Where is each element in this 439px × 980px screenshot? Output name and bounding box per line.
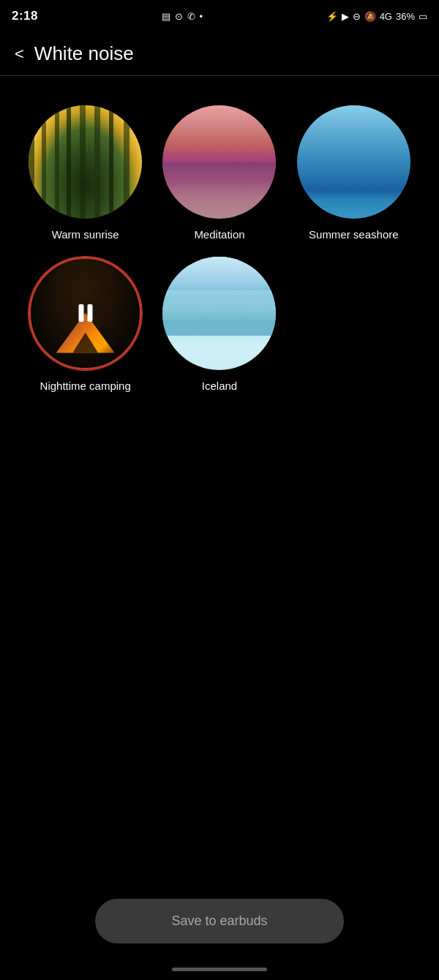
- youtube-icon: ▶: [342, 11, 349, 22]
- sound-label-warm-sunrise: Warm sunrise: [52, 227, 119, 242]
- save-button-container: Save to earbuds: [95, 899, 344, 943]
- header: < White noise: [0, 29, 439, 75]
- sound-circle-summer-seashore: [297, 105, 410, 219]
- page-title: White noise: [34, 42, 134, 65]
- sound-circle-iceland: [162, 257, 276, 370]
- pause-bar-right: [87, 304, 92, 322]
- sim-card-icon: ▤: [162, 11, 170, 22]
- status-bar: 2:18 ▤ ⊙ ✆ • ⚡ ▶ ⊖ 🔕 4G 36% ▭: [0, 0, 439, 29]
- pause-icon: [78, 304, 92, 322]
- back-button[interactable]: <: [15, 45, 24, 64]
- sound-grid: Warm sunrise Meditation Summer seashore …: [0, 83, 439, 407]
- status-right: ⚡ ▶ ⊖ 🔕 4G 36% ▭: [326, 11, 427, 22]
- battery-percent: 36%: [396, 11, 415, 22]
- home-indicator: [172, 968, 267, 971]
- sound-circle-nighttime-camping: [29, 257, 142, 370]
- status-icons: ▤ ⊙ ✆ •: [162, 11, 203, 22]
- save-to-earbuds-button[interactable]: Save to earbuds: [95, 899, 344, 943]
- sound-circle-warm-sunrise: [29, 105, 142, 219]
- sound-label-summer-seashore: Summer seashore: [309, 227, 399, 242]
- bell-off-icon: 🔕: [364, 11, 376, 22]
- sound-item-nighttime-camping[interactable]: Nighttime camping: [22, 257, 149, 393]
- dot-icon: •: [200, 11, 203, 22]
- sound-label-nighttime-camping: Nighttime camping: [40, 379, 131, 393]
- pause-bar-left: [78, 304, 83, 322]
- signal-icon: 4G: [380, 11, 392, 22]
- sound-item-meditation[interactable]: Meditation: [156, 105, 282, 242]
- sound-label-meditation: Meditation: [194, 227, 244, 242]
- sound-label-iceland: Iceland: [202, 379, 237, 393]
- divider: [0, 75, 439, 76]
- sound-item-iceland[interactable]: Iceland: [156, 257, 282, 393]
- sound-item-summer-seashore[interactable]: Summer seashore: [290, 105, 417, 242]
- battery-icon: ▭: [419, 11, 427, 22]
- sound-circle-meditation: [162, 105, 276, 219]
- bluetooth-icon: ⚡: [326, 11, 338, 22]
- minus-icon: ⊖: [353, 11, 361, 22]
- sound-item-warm-sunrise[interactable]: Warm sunrise: [22, 105, 149, 242]
- messenger-icon: ⊙: [175, 11, 183, 22]
- missed-call-icon: ✆: [187, 11, 195, 22]
- status-time: 2:18: [12, 9, 38, 23]
